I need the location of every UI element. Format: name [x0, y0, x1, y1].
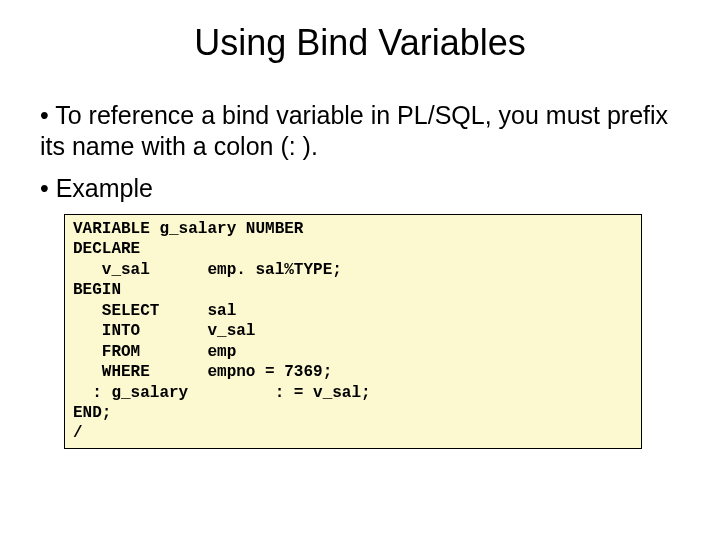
page-title: Using Bind Variables [40, 22, 680, 64]
bullet-list: • To reference a bind variable in PL/SQL… [40, 100, 680, 204]
bullet-item-1: • To reference a bind variable in PL/SQL… [40, 100, 680, 163]
bullet-item-2: • Example [40, 173, 680, 204]
code-example: VARIABLE g_salary NUMBER DECLARE v_sal e… [64, 214, 642, 449]
